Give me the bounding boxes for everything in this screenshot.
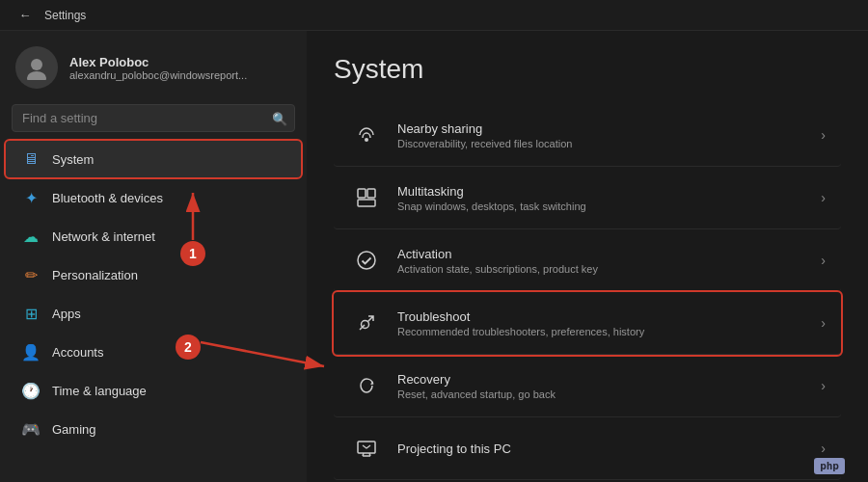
- recovery-title: Recovery: [397, 372, 821, 387]
- sidebar-item-label: Bluetooth & devices: [52, 191, 163, 205]
- apps-icon: ⊞: [21, 304, 41, 323]
- sidebar-item-accounts[interactable]: 👤 Accounts: [6, 334, 301, 370]
- chevron-icon: ›: [821, 378, 826, 393]
- settings-list: Nearby sharing Discoverability, received…: [334, 104, 841, 480]
- settings-item-activation[interactable]: Activation Activation state, subscriptio…: [334, 229, 841, 292]
- chevron-icon: ›: [821, 441, 826, 456]
- chevron-icon: ›: [821, 315, 826, 331]
- svg-point-1: [27, 71, 46, 80]
- gaming-icon: 🎮: [21, 419, 41, 439]
- titlebar-title: Settings: [44, 9, 86, 22]
- user-email: alexandru_poloboc@windowsreport...: [69, 69, 247, 81]
- user-name: Alex Poloboc: [69, 55, 247, 69]
- multitasking-desc: Snap windows, desktops, task switching: [397, 201, 821, 212]
- accounts-icon: 👤: [21, 342, 41, 362]
- sidebar-item-network[interactable]: ☁ Network & internet: [6, 218, 301, 254]
- search-input[interactable]: [12, 104, 295, 132]
- sidebar-item-system[interactable]: 🖥 System: [6, 141, 301, 177]
- nearby-sharing-title: Nearby sharing: [397, 121, 821, 136]
- settings-item-projecting[interactable]: Projecting to this PC ›: [334, 417, 841, 480]
- settings-item-recovery[interactable]: Recovery Reset, advanced startup, go bac…: [334, 355, 841, 417]
- sidebar-item-label: Network & internet: [52, 229, 155, 244]
- sidebar-item-label: Gaming: [52, 422, 96, 437]
- activation-icon: [349, 243, 384, 278]
- multitasking-text: Multitasking Snap windows, desktops, tas…: [397, 184, 821, 212]
- recovery-text: Recovery Reset, advanced startup, go bac…: [397, 372, 821, 400]
- titlebar: ← Settings: [0, 0, 868, 31]
- main-layout: Alex Poloboc alexandru_poloboc@windowsre…: [0, 31, 868, 482]
- activation-desc: Activation state, subscriptions, product…: [397, 263, 821, 275]
- sidebar-item-label: Apps: [52, 307, 81, 321]
- search-icon: 🔍: [272, 111, 287, 125]
- back-icon: ←: [19, 8, 32, 22]
- avatar-icon: [24, 55, 49, 80]
- svg-rect-5: [358, 200, 375, 206]
- troubleshoot-icon: [349, 306, 384, 340]
- nearby-sharing-desc: Discoverability, received files location: [397, 138, 821, 149]
- multitasking-icon: [349, 180, 384, 215]
- page-title: System: [334, 54, 841, 85]
- personalization-icon: ✏: [21, 265, 41, 284]
- svg-point-0: [31, 59, 42, 70]
- avatar: [15, 46, 58, 89]
- sidebar-item-label: System: [52, 152, 94, 167]
- content-area: System Nearby sharing Discoverability, r…: [307, 31, 868, 482]
- nearby-sharing-text: Nearby sharing Discoverability, received…: [397, 121, 821, 149]
- sidebar: Alex Poloboc alexandru_poloboc@windowsre…: [0, 31, 307, 482]
- svg-point-7: [362, 321, 369, 329]
- sidebar-item-personalization[interactable]: ✏ Personalization: [6, 256, 301, 293]
- sidebar-item-apps[interactable]: ⊞ Apps: [6, 295, 301, 332]
- sidebar-item-bluetooth[interactable]: ✦ Bluetooth & devices: [6, 179, 301, 216]
- svg-rect-4: [367, 189, 375, 198]
- sidebar-user: Alex Poloboc alexandru_poloboc@windowsre…: [0, 31, 307, 100]
- troubleshoot-desc: Recommended troubleshooters, preferences…: [397, 326, 821, 337]
- system-icon: 🖥: [21, 149, 41, 169]
- projecting-text: Projecting to this PC: [397, 442, 821, 456]
- user-info: Alex Poloboc alexandru_poloboc@windowsre…: [69, 55, 247, 81]
- svg-point-2: [365, 138, 368, 142]
- php-badge: php: [814, 458, 845, 474]
- bluetooth-icon: ✦: [21, 188, 41, 207]
- settings-item-nearby-sharing[interactable]: Nearby sharing Discoverability, received…: [334, 104, 841, 167]
- chevron-icon: ›: [821, 127, 826, 143]
- troubleshoot-title: Troubleshoot: [397, 309, 821, 324]
- activation-title: Activation: [397, 247, 821, 261]
- sidebar-item-label: Accounts: [52, 345, 103, 360]
- multitasking-title: Multitasking: [397, 184, 821, 199]
- projecting-title: Projecting to this PC: [397, 442, 821, 456]
- chevron-icon: ›: [821, 253, 826, 268]
- troubleshoot-text: Troubleshoot Recommended troubleshooters…: [397, 309, 821, 337]
- svg-point-6: [358, 252, 375, 269]
- recovery-desc: Reset, advanced startup, go back: [397, 388, 821, 400]
- time-icon: 🕐: [21, 381, 41, 400]
- settings-item-multitasking[interactable]: Multitasking Snap windows, desktops, tas…: [334, 167, 841, 229]
- chevron-icon: ›: [821, 190, 826, 205]
- network-icon: ☁: [21, 227, 41, 246]
- projecting-icon: [349, 431, 384, 466]
- sidebar-item-label: Time & language: [52, 384, 147, 398]
- sidebar-item-gaming[interactable]: 🎮 Gaming: [6, 411, 301, 447]
- svg-rect-8: [358, 442, 375, 453]
- nearby-sharing-icon: [349, 118, 384, 152]
- sidebar-item-time[interactable]: 🕐 Time & language: [6, 372, 301, 409]
- svg-rect-3: [358, 189, 366, 198]
- recovery-icon: [349, 368, 384, 403]
- sidebar-search-container: 🔍: [12, 104, 295, 132]
- sidebar-item-label: Personalization: [52, 268, 138, 282]
- settings-item-troubleshoot[interactable]: Troubleshoot Recommended troubleshooters…: [334, 292, 841, 355]
- activation-text: Activation Activation state, subscriptio…: [397, 247, 821, 275]
- back-button[interactable]: ←: [12, 2, 39, 29]
